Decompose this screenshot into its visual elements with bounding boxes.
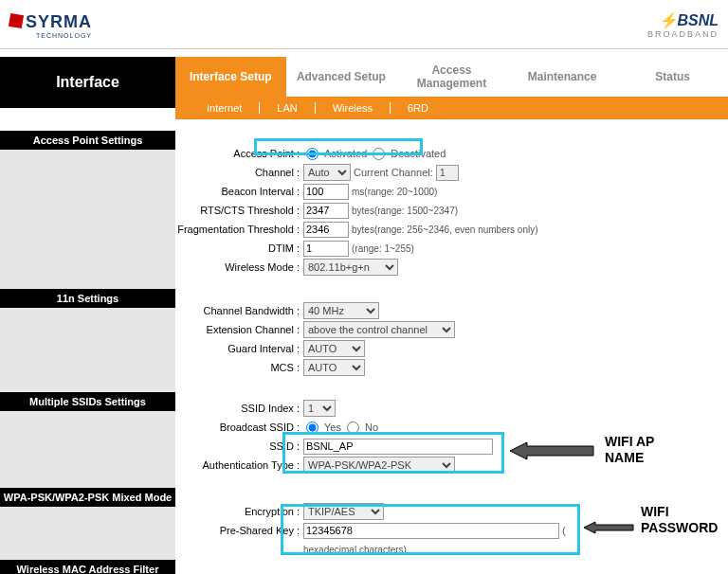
label-psk: Pre-Shared Key : [175, 525, 303, 536]
annotation-wifi-ap: WIFI AP [605, 434, 654, 449]
select-wmode[interactable]: 802.11b+g+n [303, 259, 398, 276]
label-broadcast: Broadcast SSID : [175, 422, 303, 433]
logo-text: SYRMA [26, 12, 92, 31]
secondary-tabs: Internet LAN Wireless 6RD [175, 97, 728, 119]
select-cbw[interactable]: 40 MHz [303, 302, 379, 319]
label-channel: Channel : [175, 167, 303, 178]
right-column: Interface Setup Advanced Setup Access Ma… [175, 57, 728, 574]
annotation-wifi: WIFI [641, 504, 669, 519]
section-wpa: WPA-PSK/WPA2-PSK Mixed Mode [0, 488, 175, 507]
tab-lan[interactable]: LAN [260, 102, 315, 114]
label-frag: Fragmentation Threshold : [175, 224, 303, 235]
hint-rts: bytes(range: 1500~2347) [352, 206, 458, 216]
radio-deactivated[interactable] [373, 148, 385, 160]
logo-square-icon [9, 12, 24, 27]
label-mcs: MCS : [175, 362, 303, 373]
select-ext[interactable]: above the control channel [303, 321, 455, 338]
tab-6rd[interactable]: 6RD [391, 102, 446, 114]
input-rts[interactable] [303, 203, 349, 219]
annotation-password: PASSWORD [641, 520, 718, 535]
input-psk[interactable] [303, 523, 559, 539]
input-dtim[interactable] [303, 241, 349, 257]
annotation-name: NAME [605, 450, 644, 465]
radio-broadcast-no[interactable] [347, 422, 359, 434]
current-channel-value: 1 [436, 165, 459, 181]
input-ssid[interactable] [303, 439, 493, 455]
input-beacon[interactable] [303, 184, 349, 200]
bsnl-text: ⚡BSNL [647, 11, 719, 29]
text-activated: Activated [324, 148, 367, 159]
bsnl-subtext: BROADBAND [647, 29, 719, 39]
svg-marker-0 [510, 442, 593, 459]
select-gi[interactable]: AUTO [303, 340, 365, 357]
tab-maintenance[interactable]: Maintenance [507, 57, 618, 97]
label-dtim: DTIM : [175, 242, 303, 254]
section-11n: 11n Settings [0, 289, 175, 308]
label-ssid: SSID : [175, 440, 303, 452]
text-current-channel: Current Channel: [354, 167, 433, 178]
label-ext: Extension Channel : [175, 324, 303, 335]
tab-advanced-setup[interactable]: Advanced Setup [286, 57, 397, 97]
label-cbw: Channel Bandwidth : [175, 305, 303, 316]
label-ssid-index: SSID Index : [175, 403, 303, 414]
label-auth: Authentication Type : [175, 459, 303, 471]
radio-broadcast-yes[interactable] [306, 422, 318, 434]
select-mcs[interactable]: AUTO [303, 359, 365, 376]
logo-syrma: SYRMA TECHNOLOGY [9, 12, 92, 39]
tab-status[interactable]: Status [617, 57, 728, 97]
left-column: Interface Access Point Settings 11n Sett… [0, 57, 175, 574]
tab-internet[interactable]: Internet [190, 102, 260, 114]
top-header: SYRMA TECHNOLOGY ⚡BSNL BROADBAND [0, 0, 728, 49]
select-channel[interactable]: Auto [303, 164, 351, 181]
text-deactivated: Deactivated [391, 148, 446, 159]
select-auth[interactable]: WPA-PSK/WPA2-PSK [303, 457, 455, 474]
select-ssid-index[interactable]: 1 [303, 400, 336, 417]
tab-interface-setup[interactable]: Interface Setup [175, 57, 286, 97]
label-gi: Guard Interval : [175, 343, 303, 354]
hint-psk: hexadecimal characters) [303, 545, 407, 555]
label-rts: RTS/CTS Threshold : [175, 205, 303, 216]
hint-beacon: ms(range: 20~1000) [352, 187, 437, 197]
text-yes: Yes [324, 422, 341, 433]
section-mssid: Multiple SSIDs Settings [0, 392, 175, 411]
select-encryption[interactable]: TKIP/AES [303, 503, 384, 520]
hint-frag: bytes(range: 256~2346, even numbers only… [352, 224, 538, 235]
section-aps: Access Point Settings [0, 131, 175, 150]
tab-access-management[interactable]: Access Management [396, 57, 507, 97]
primary-tabs: Interface Setup Advanced Setup Access Ma… [175, 57, 728, 97]
text-no: No [365, 422, 378, 433]
logo-bsnl: ⚡BSNL BROADBAND [647, 11, 719, 39]
section-mac: Wireless MAC Address Filter [0, 560, 175, 574]
label-wmode: Wireless Mode : [175, 261, 303, 273]
main-content: Interface Access Point Settings 11n Sett… [0, 57, 728, 574]
svg-marker-1 [584, 522, 633, 533]
label-encryption: Encryption : [175, 506, 303, 517]
logo-subtext: TECHNOLOGY [26, 32, 92, 39]
radio-activated[interactable] [306, 148, 318, 160]
arrow-psk-icon [584, 521, 635, 534]
label-beacon: Beacon Interval : [175, 186, 303, 197]
hint-dtim: (range: 1~255) [352, 243, 414, 254]
page-title: Interface [0, 57, 175, 108]
input-frag[interactable] [303, 222, 349, 238]
arrow-ssid-icon [510, 440, 595, 461]
tab-wireless[interactable]: Wireless [316, 102, 391, 114]
label-access-point: Access Point : [175, 148, 303, 159]
